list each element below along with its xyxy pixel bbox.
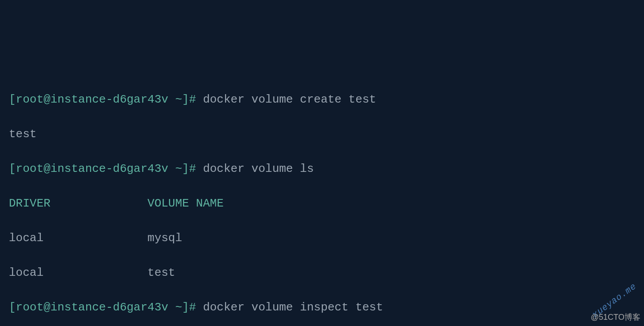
output-line: test <box>9 126 635 143</box>
terminal-output: [root@instance-d6gar43v ~]# docker volum… <box>9 74 635 326</box>
table-row: local mysql <box>9 230 635 247</box>
cell-driver: local <box>9 266 44 279</box>
cell-volume-name: test <box>147 266 175 279</box>
cell-volume-name: mysql <box>147 231 182 245</box>
cmd-line-2: [root@instance-d6gar43v ~]# docker volum… <box>9 160 635 178</box>
cmd-line-3: [root@instance-d6gar43v ~]# docker volum… <box>9 299 635 316</box>
prompt: [root@instance-d6gar43v ~]# <box>9 93 196 106</box>
cmd-line-1: [root@instance-d6gar43v ~]# docker volum… <box>9 91 635 108</box>
command-text: docker volume ls <box>203 162 314 175</box>
table-row: local test <box>9 264 635 282</box>
cell-driver: local <box>9 231 44 245</box>
table-header: DRIVER VOLUME NAME <box>9 195 635 212</box>
prompt: [root@instance-d6gar43v ~]# <box>9 301 196 314</box>
command-text: docker volume create test <box>203 93 376 106</box>
col-header-driver: DRIVER <box>9 197 51 210</box>
col-header-volume-name: VOLUME NAME <box>147 197 224 210</box>
command-text: docker volume inspect test <box>203 301 383 314</box>
watermark-blog: @51CTO博客 <box>591 311 640 323</box>
prompt: [root@instance-d6gar43v ~]# <box>9 162 196 175</box>
